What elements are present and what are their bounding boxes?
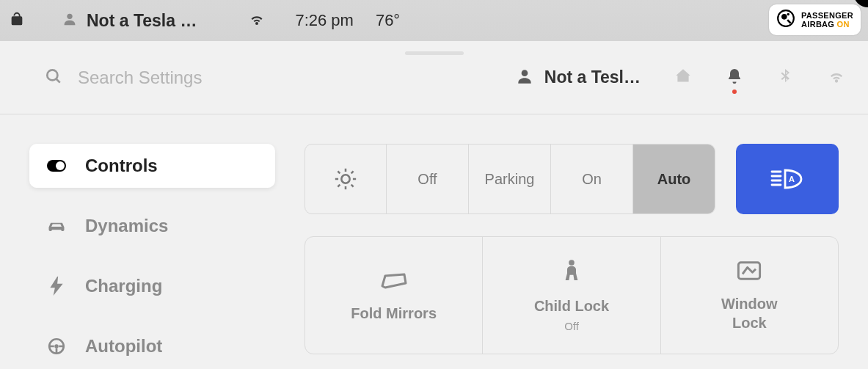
svg-point-0 — [67, 14, 72, 19]
airbag-icon — [776, 9, 795, 31]
user-icon — [515, 67, 534, 89]
status-profile-name: Not a Tesla … — [87, 11, 197, 31]
headlights-icon — [305, 145, 386, 213]
car-icon — [45, 219, 68, 233]
lights-option-parking[interactable]: Parking — [468, 145, 550, 213]
airbag-text: PASSENGER AIRBAG ON — [801, 11, 853, 29]
airbag-line1: PASSENGER — [801, 11, 853, 20]
svg-rect-24 — [739, 262, 760, 279]
headlights-segment: Off Parking On Auto — [304, 144, 715, 214]
card-fold-mirrors[interactable]: Fold Mirrors — [305, 237, 482, 354]
wifi-icon[interactable] — [248, 10, 266, 31]
card-child-lock[interactable]: Child Lock Off — [482, 237, 660, 354]
header-profile-name: Not a Tesl… — [544, 67, 641, 87]
user-icon — [62, 11, 78, 30]
notifications-icon[interactable] — [726, 67, 743, 88]
svg-line-16 — [338, 185, 340, 187]
sidebar-item-dynamics[interactable]: Dynamics — [29, 204, 275, 248]
svg-point-4 — [47, 70, 57, 80]
steering-wheel-icon — [45, 337, 68, 356]
card-window-lock[interactable]: Window Lock — [660, 237, 838, 354]
sidebar-item-label: Dynamics — [85, 216, 168, 236]
search-area[interactable] — [44, 67, 298, 89]
sidebar-item-autopilot[interactable]: Autopilot — [29, 324, 275, 368]
svg-point-8 — [54, 344, 58, 348]
quick-action-cards: Fold Mirrors Child Lock Off Window Lock — [304, 236, 839, 354]
controls-toggle-icon — [45, 160, 68, 172]
svg-point-3 — [787, 13, 789, 15]
status-temperature: 76° — [376, 11, 400, 30]
search-input[interactable] — [78, 67, 298, 88]
mirror-icon — [378, 268, 410, 295]
header-profile[interactable]: Not a Tesl… — [515, 67, 641, 89]
status-time: 7:26 pm — [295, 11, 354, 30]
window-lock-icon — [736, 259, 762, 285]
card-label: Window Lock — [721, 294, 777, 332]
svg-text:A: A — [789, 175, 795, 183]
passenger-airbag-badge: PASSENGER AIRBAG ON — [769, 4, 861, 35]
airbag-line2: AIRBAG ON — [801, 20, 853, 29]
svg-point-6 — [521, 70, 528, 76]
sidebar-item-label: Controls — [85, 156, 158, 176]
status-bar: Not a Tesla … 7:26 pm 76° PASSENGER AIRB… — [0, 0, 868, 41]
wifi-settings-icon[interactable] — [827, 67, 846, 89]
header-right-icons: Not a Tesl… — [515, 67, 846, 89]
notification-dot — [732, 89, 737, 94]
settings-header: Not a Tesl… — [0, 41, 868, 114]
search-icon — [44, 67, 63, 89]
auto-high-beam-button[interactable]: A — [736, 144, 839, 214]
sidebar: Controls Dynamics Charging Autopilot — [0, 114, 297, 369]
sidebar-item-charging[interactable]: Charging — [29, 264, 275, 308]
sidebar-item-label: Autopilot — [85, 336, 162, 357]
homelink-icon[interactable] — [674, 67, 693, 89]
svg-line-5 — [56, 78, 60, 82]
svg-point-9 — [341, 175, 349, 183]
child-icon — [561, 258, 583, 288]
sidebar-item-label: Charging — [85, 276, 162, 296]
lights-option-auto[interactable]: Auto — [632, 145, 715, 213]
card-label: Child Lock — [534, 296, 609, 315]
lights-option-on[interactable]: On — [550, 145, 632, 213]
card-label: Fold Mirrors — [351, 304, 437, 323]
lights-row: Off Parking On Auto A — [304, 144, 839, 214]
lights-option-off[interactable]: Off — [386, 145, 468, 213]
sidebar-item-controls[interactable]: Controls — [29, 144, 275, 188]
svg-line-15 — [351, 185, 354, 187]
status-profile[interactable]: Not a Tesla … — [62, 11, 197, 31]
svg-line-14 — [338, 171, 340, 173]
svg-line-17 — [351, 171, 354, 173]
main-area: Controls Dynamics Charging Autopilot — [0, 114, 868, 369]
bluetooth-icon[interactable] — [776, 67, 794, 88]
bolt-icon — [45, 277, 68, 296]
lock-icon[interactable] — [9, 11, 25, 30]
content: Off Parking On Auto A — [297, 114, 868, 369]
svg-point-2 — [781, 14, 787, 20]
card-sublabel: Off — [564, 320, 579, 332]
svg-point-23 — [569, 260, 575, 266]
status-left — [9, 11, 25, 30]
drag-handle[interactable] — [405, 51, 464, 55]
